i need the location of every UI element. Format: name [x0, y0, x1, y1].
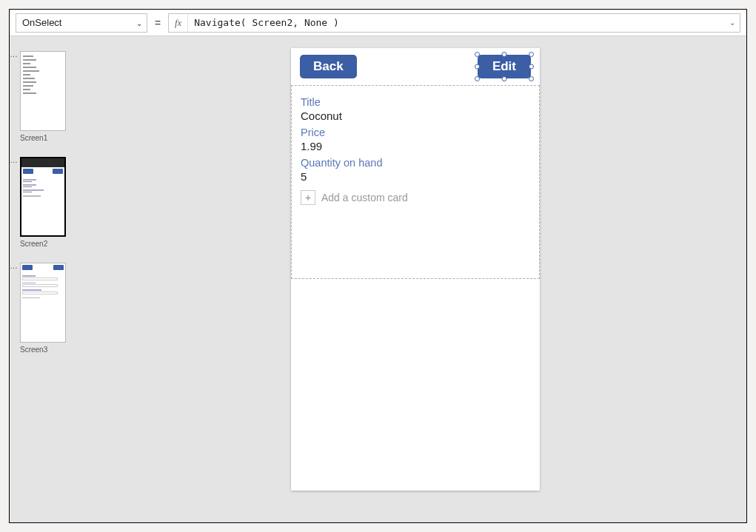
equals-sign: =: [153, 17, 162, 29]
screen-header: Back Edit: [291, 48, 540, 85]
more-icon[interactable]: …: [10, 264, 17, 267]
thumbnail-preview: [20, 263, 66, 343]
more-icon[interactable]: …: [10, 53, 17, 55]
screen-thumbnail-2[interactable]: … Screen2: [11, 157, 78, 248]
chevron-down-icon: ⌄: [136, 18, 142, 27]
edit-button-selection[interactable]: Edit: [478, 55, 531, 78]
editor-body: … Screen1 …: [10, 36, 746, 522]
add-custom-card[interactable]: + Add a custom card: [301, 190, 530, 205]
selection-handle[interactable]: [529, 52, 534, 57]
screen-thumbnail-3[interactable]: … Screen3: [11, 263, 78, 354]
formula-expand-chevron-icon[interactable]: ⌄: [725, 18, 740, 27]
selection-handle[interactable]: [475, 52, 480, 57]
formula-text: Navigate( Screen2, None ): [188, 17, 725, 28]
thumbnail-label: Screen2: [20, 240, 78, 248]
screens-panel: … Screen1 …: [11, 51, 78, 368]
field-value-price: 1.99: [301, 140, 530, 152]
edit-button[interactable]: Edit: [478, 55, 531, 78]
formula-bar: OnSelect ⌄ = fx Navigate( Screen2, None …: [10, 10, 746, 36]
field-label-price: Price: [301, 127, 530, 138]
selection-handle[interactable]: [529, 76, 534, 81]
display-form: Title Coconut Price 1.99 Quantity on han…: [291, 85, 540, 279]
property-selector-value: OnSelect: [22, 17, 61, 28]
back-button[interactable]: Back: [300, 55, 357, 78]
screen-thumbnail-1[interactable]: … Screen1: [11, 51, 78, 142]
selection-handle[interactable]: [501, 76, 506, 81]
plus-icon: +: [301, 190, 315, 205]
thumbnail-preview: [20, 51, 66, 131]
selection-handle[interactable]: [475, 76, 480, 81]
selection-handle[interactable]: [529, 64, 534, 70]
selection-handle[interactable]: [501, 52, 506, 57]
thumbnail-label: Screen3: [20, 346, 78, 354]
field-label-quantity: Quantity on hand: [301, 157, 530, 169]
selection-handle[interactable]: [475, 64, 480, 70]
thumbnail-preview: [20, 157, 66, 237]
canvas-phone: Back Edit Title Coconut Price 1.99: [291, 48, 540, 491]
field-label-title: Title: [301, 96, 530, 108]
app-frame: OnSelect ⌄ = fx Navigate( Screen2, None …: [9, 9, 747, 523]
thumbnail-label: Screen1: [20, 134, 78, 142]
field-value-quantity: 5: [301, 170, 530, 183]
property-selector[interactable]: OnSelect ⌄: [16, 13, 147, 33]
add-card-label: Add a custom card: [321, 192, 408, 203]
fx-icon: fx: [169, 14, 188, 32]
formula-input[interactable]: fx Navigate( Screen2, None ) ⌄: [168, 13, 740, 33]
more-icon[interactable]: …: [10, 158, 17, 161]
field-value-title: Coconut: [301, 110, 530, 122]
